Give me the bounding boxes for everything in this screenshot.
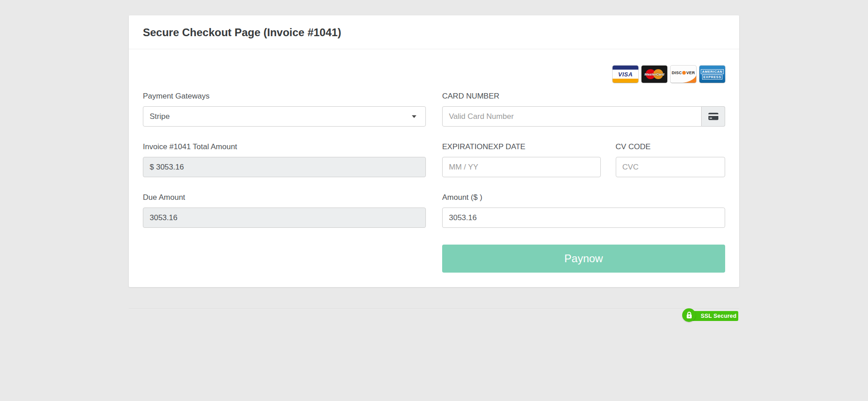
payment-gateways-label: Payment Gateways: [143, 91, 426, 101]
amex-label-line2: EXPRESS: [702, 75, 723, 80]
invoice-total-input: [143, 157, 426, 177]
payment-gateway-select[interactable]: Stripe: [143, 106, 426, 127]
discover-label: DISCVER: [670, 66, 696, 80]
card-brand-icons-row: VISA MasterCard DISCVER AMERICAN EXPR: [143, 66, 725, 83]
checkout-form: Payment Gateways Stripe Invoice #1041 To…: [143, 91, 725, 273]
chevron-down-icon: [412, 115, 416, 118]
mastercard-icon: MasterCard: [642, 66, 667, 83]
checkout-panel: Secure Checkout Page (Invoice #1041) VIS…: [129, 15, 739, 287]
expiration-label: EXPIRATIONEXP DATE: [442, 142, 601, 152]
ssl-secured-label: SSL Secured: [689, 311, 738, 321]
amount-input[interactable]: [442, 208, 725, 228]
visa-top-bar: [613, 66, 638, 70]
invoice-total-label: Invoice #1041 Total Amount: [143, 142, 426, 152]
page-title: Secure Checkout Page (Invoice #1041): [143, 26, 725, 39]
discover-orange-o: [682, 71, 686, 75]
due-amount-field: Due Amount: [143, 193, 426, 228]
ssl-lock-circle: [682, 308, 696, 322]
expiration-field: EXPIRATIONEXP DATE: [442, 142, 601, 177]
card-number-addon: [702, 106, 725, 127]
discover-label-part2: VER: [686, 71, 695, 75]
card-number-input[interactable]: [442, 106, 702, 127]
amount-field: Amount ($ ): [442, 193, 725, 228]
amount-label: Amount ($ ): [442, 193, 725, 203]
cv-code-label: CV CODE: [616, 142, 725, 152]
panel-body: VISA MasterCard DISCVER AMERICAN EXPR: [129, 66, 739, 287]
card-number-input-group: [442, 106, 725, 127]
invoice-total-field: Invoice #1041 Total Amount: [143, 142, 426, 177]
card-number-field: CARD NUMBER: [442, 91, 725, 127]
due-amount-label: Due Amount: [143, 193, 426, 203]
left-column: Payment Gateways Stripe Invoice #1041 To…: [143, 91, 426, 273]
visa-label: VISA: [613, 70, 638, 79]
amex-label-line1: AMERICAN: [701, 69, 724, 74]
paynow-button[interactable]: Paynow: [442, 245, 725, 273]
visa-icon: VISA: [613, 66, 638, 83]
right-column: CARD NUMBER EXPI: [442, 91, 725, 273]
due-amount-input: [143, 208, 426, 228]
expiration-input[interactable]: [442, 157, 601, 177]
lock-icon: [686, 311, 693, 319]
card-number-label: CARD NUMBER: [442, 91, 725, 101]
credit-card-icon: [708, 112, 719, 121]
exp-cvc-row: EXPIRATIONEXP DATE CV CODE: [442, 142, 725, 177]
amex-label: AMERICAN EXPRESS: [699, 66, 725, 83]
amex-icon: AMERICAN EXPRESS: [699, 66, 725, 83]
discover-label-part1: DISC: [672, 71, 682, 75]
ssl-secured-badge: SSL Secured: [682, 308, 738, 322]
visa-bottom-bar: [613, 79, 638, 83]
panel-header: Secure Checkout Page (Invoice #1041): [129, 15, 739, 49]
footer-divider: [129, 309, 739, 310]
payment-gateway-selected-value: Stripe: [150, 112, 170, 121]
mastercard-label: MasterCard: [642, 66, 667, 83]
discover-icon: DISCVER: [670, 66, 696, 83]
cvc-input[interactable]: [616, 157, 725, 177]
payment-gateways-field: Payment Gateways Stripe: [143, 91, 426, 127]
cv-code-field: CV CODE: [616, 142, 725, 177]
